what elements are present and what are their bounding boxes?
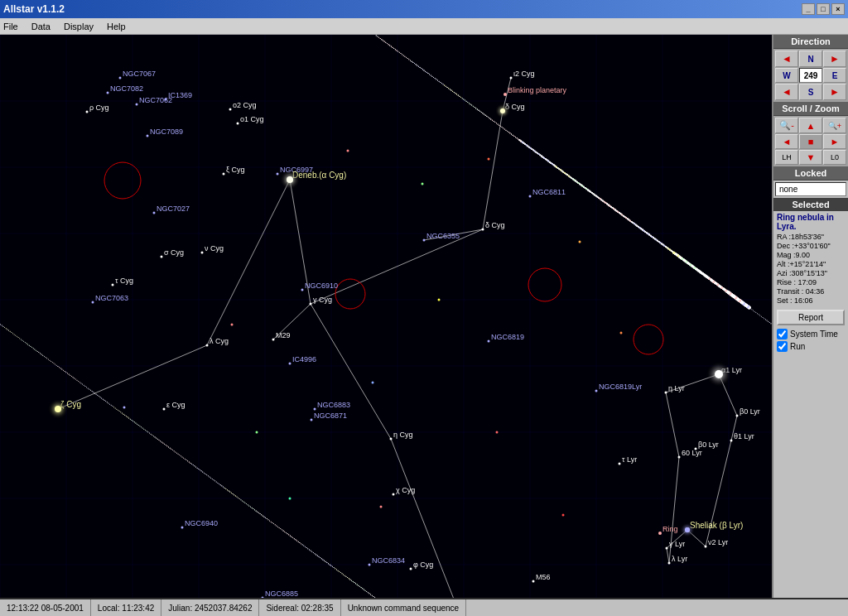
locked-value: none bbox=[775, 182, 846, 196]
scrollzoom-grid: 🔍- ▲ 🔍+ ◄ ■ ► LH ▼ L0 bbox=[773, 116, 848, 166]
direction-value: 249 bbox=[799, 68, 822, 83]
direction-north[interactable]: N bbox=[799, 51, 822, 67]
run-checkbox[interactable] bbox=[777, 341, 788, 352]
app-title: Allstar v1.1.2 bbox=[3, 3, 65, 15]
locked-title: Locked bbox=[773, 166, 848, 180]
menu-display[interactable]: Display bbox=[64, 22, 94, 31]
menu-file[interactable]: File bbox=[3, 22, 18, 31]
scroll-right[interactable]: ► bbox=[823, 134, 846, 149]
direction-west[interactable]: W bbox=[775, 68, 798, 83]
run-label: Run bbox=[790, 342, 805, 351]
status-message: Unknown command sequence bbox=[341, 599, 467, 616]
system-time-checkbox[interactable] bbox=[777, 329, 788, 339]
direction-right2[interactable]: ► bbox=[823, 84, 846, 100]
star-canvas bbox=[0, 35, 772, 598]
statusbar: 12:13:22 08-05-2001 Local: 11:23:42 Juli… bbox=[0, 598, 848, 616]
zoom-out[interactable]: 🔍- bbox=[775, 118, 798, 133]
scroll-lh[interactable]: LH bbox=[775, 150, 798, 165]
zoom-in[interactable]: 🔍+ bbox=[823, 118, 846, 133]
selected-content: Ring nebula in Lyra. RA :18h53'36" Dec :… bbox=[773, 211, 848, 307]
selected-azi: Azi :308°15'13" bbox=[777, 269, 845, 277]
scroll-center[interactable]: ■ bbox=[799, 134, 822, 149]
titlebar: Allstar v1.1.2 _ □ × bbox=[0, 0, 848, 18]
menu-help[interactable]: Help bbox=[107, 22, 126, 31]
maximize-button[interactable]: □ bbox=[817, 3, 830, 15]
scroll-lo[interactable]: L0 bbox=[823, 150, 846, 165]
close-button[interactable]: × bbox=[831, 3, 845, 15]
scroll-down[interactable]: ▼ bbox=[799, 150, 822, 165]
scrollzoom-title: Scroll / Zoom bbox=[773, 102, 848, 116]
status-local: Local: 11:23:42 bbox=[91, 599, 161, 616]
selected-transit: Transit : 04:36 bbox=[777, 287, 845, 296]
direction-grid: ◄ N ► W 249 E ◄ S ► bbox=[773, 49, 848, 102]
status-time: 12:13:22 08-05-2001 bbox=[0, 599, 91, 616]
direction-right[interactable]: ► bbox=[823, 51, 846, 67]
selected-ra: RA :18h53'36" bbox=[777, 233, 845, 241]
minimize-button[interactable]: _ bbox=[802, 3, 815, 15]
direction-east[interactable]: E bbox=[823, 68, 846, 83]
window-controls: _ □ × bbox=[802, 3, 845, 15]
main-area: Direction ◄ N ► W 249 E ◄ S ► Scroll / Z… bbox=[0, 35, 848, 598]
scroll-up[interactable]: ▲ bbox=[799, 118, 822, 133]
status-sidereal: Sidereal: 02:28:35 bbox=[259, 599, 340, 616]
selected-set: Set : 16:06 bbox=[777, 296, 845, 305]
right-panel: Direction ◄ N ► W 249 E ◄ S ► Scroll / Z… bbox=[772, 35, 848, 598]
run-row: Run bbox=[773, 340, 848, 353]
starmap[interactable] bbox=[0, 35, 772, 598]
scroll-left[interactable]: ◄ bbox=[775, 134, 798, 149]
system-time-row: System Time bbox=[773, 328, 848, 340]
selected-alt: Alt :+15°21'14" bbox=[777, 260, 845, 268]
selected-title: Selected bbox=[773, 198, 848, 211]
selected-dec: Dec :+33°01'60" bbox=[777, 242, 845, 250]
direction-south[interactable]: S bbox=[799, 84, 822, 100]
selected-rise: Rise : 17:09 bbox=[777, 278, 845, 286]
menu-data[interactable]: Data bbox=[31, 22, 51, 31]
direction-title: Direction bbox=[773, 35, 848, 49]
selected-name: Ring nebula in Lyra. bbox=[777, 213, 845, 231]
menubar: File Data Display Help bbox=[0, 18, 848, 35]
selected-mag: Mag :9.00 bbox=[777, 251, 845, 259]
report-button[interactable]: Report bbox=[777, 310, 845, 325]
direction-left[interactable]: ◄ bbox=[775, 51, 798, 67]
direction-left2[interactable]: ◄ bbox=[775, 84, 798, 100]
status-julian: Julian: 2452037.84262 bbox=[161, 599, 259, 616]
system-time-label: System Time bbox=[790, 330, 838, 339]
